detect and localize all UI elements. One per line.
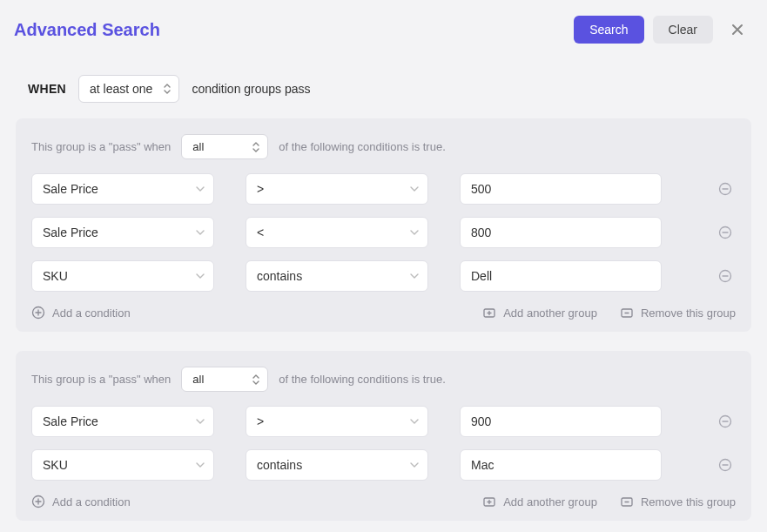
chevron-down-icon (196, 419, 205, 424)
chevron-down-icon (410, 462, 419, 468)
remove-group-label: Remove this group (641, 495, 736, 508)
condition-operator-value: contains (257, 458, 302, 472)
condition-field-value: Sale Price (43, 414, 98, 428)
condition-operator-value: > (257, 414, 264, 428)
chevron-down-icon (196, 273, 205, 279)
chevron-down-icon (410, 273, 419, 279)
condition-row: Sale Price < 800 (31, 217, 736, 248)
chevron-updown-icon (252, 374, 260, 386)
chevron-updown-icon (252, 141, 260, 153)
condition-field-value: SKU (43, 269, 68, 283)
condition-value-input[interactable]: 500 (460, 173, 662, 205)
condition-group: This group is a "pass" when all of the f… (16, 118, 751, 332)
condition-row: SKU contains Mac (31, 449, 736, 481)
group-prefix-text: This group is a "pass" when (31, 140, 171, 153)
chevron-down-icon (410, 230, 419, 235)
condition-operator-value: > (257, 182, 264, 196)
condition-field-select[interactable]: SKU (31, 260, 214, 292)
group-match-value: all (192, 373, 204, 386)
folder-plus-icon (482, 306, 496, 320)
folder-minus-icon (620, 495, 634, 508)
remove-condition-icon[interactable] (715, 266, 736, 286)
when-tail-text: condition groups pass (192, 82, 310, 96)
remove-condition-icon[interactable] (715, 455, 736, 475)
add-group-button[interactable]: Add another group (482, 495, 597, 508)
condition-operator-select[interactable]: contains (246, 449, 428, 481)
page-title: Advanced Search (14, 20, 565, 40)
remove-group-button[interactable]: Remove this group (620, 495, 736, 508)
chevron-down-icon (196, 230, 205, 235)
condition-field-select[interactable]: Sale Price (31, 217, 214, 248)
condition-field-select[interactable]: Sale Price (31, 173, 214, 205)
remove-condition-icon[interactable] (715, 411, 736, 432)
group-match-value: all (192, 140, 204, 153)
condition-value-input[interactable]: 800 (460, 217, 662, 248)
condition-value-input[interactable]: Dell (460, 260, 662, 292)
search-button[interactable]: Search (574, 16, 643, 44)
when-select-value: at least one (90, 82, 152, 96)
condition-value-input[interactable]: Mac (460, 449, 662, 481)
folder-plus-icon (482, 495, 496, 508)
condition-row: Sale Price > 500 (31, 173, 736, 205)
group-suffix-text: of the following conditions is true. (279, 373, 446, 386)
add-group-button[interactable]: Add another group (482, 306, 597, 320)
group-footer: Add a condition Add another group Remove… (31, 495, 736, 508)
add-group-label: Add another group (503, 306, 597, 320)
group-header: This group is a "pass" when all of the f… (31, 134, 736, 159)
remove-group-button[interactable]: Remove this group (620, 306, 736, 320)
remove-group-label: Remove this group (641, 306, 736, 320)
group-footer: Add a condition Add another group Remove… (31, 306, 736, 320)
when-select[interactable]: at least one (78, 75, 179, 103)
condition-field-select[interactable]: Sale Price (31, 406, 214, 437)
add-condition-button[interactable]: Add a condition (31, 306, 131, 320)
add-condition-label: Add a condition (52, 495, 131, 508)
add-condition-label: Add a condition (52, 306, 131, 320)
condition-field-value: Sale Price (43, 226, 98, 239)
close-icon[interactable] (722, 14, 753, 45)
add-group-label: Add another group (503, 495, 597, 508)
condition-operator-select[interactable]: contains (246, 260, 428, 292)
when-row: WHEN at least one condition groups pass (28, 75, 751, 103)
clear-button[interactable]: Clear (653, 16, 713, 44)
condition-operator-value: < (257, 226, 264, 239)
group-match-select[interactable]: all (181, 134, 268, 159)
condition-field-value: Sale Price (43, 182, 98, 196)
condition-field-select[interactable]: SKU (31, 449, 214, 481)
when-label: WHEN (28, 82, 66, 96)
add-condition-button[interactable]: Add a condition (31, 495, 131, 508)
remove-condition-icon[interactable] (715, 222, 736, 243)
group-suffix-text: of the following conditions is true. (279, 140, 446, 153)
condition-row: Sale Price > 900 (31, 406, 736, 437)
header-bar: Advanced Search Search Clear (0, 0, 767, 57)
chevron-down-icon (410, 186, 419, 192)
condition-value-input[interactable]: 900 (460, 406, 662, 437)
condition-field-value: SKU (43, 458, 68, 472)
condition-operator-select[interactable]: > (246, 406, 428, 437)
condition-row: SKU contains Dell (31, 260, 736, 292)
remove-condition-icon[interactable] (715, 178, 736, 199)
folder-minus-icon (620, 306, 634, 320)
condition-operator-value: contains (257, 269, 302, 283)
chevron-updown-icon (163, 83, 172, 95)
plus-circle-icon (31, 495, 45, 508)
content-area: WHEN at least one condition groups pass … (0, 75, 767, 521)
condition-operator-select[interactable]: > (246, 173, 428, 205)
condition-group: This group is a "pass" when all of the f… (16, 351, 751, 521)
condition-operator-select[interactable]: < (246, 217, 428, 248)
chevron-down-icon (196, 186, 205, 192)
group-prefix-text: This group is a "pass" when (31, 373, 171, 386)
plus-circle-icon (31, 306, 45, 320)
chevron-down-icon (410, 419, 419, 424)
chevron-down-icon (196, 462, 205, 468)
group-header: This group is a "pass" when all of the f… (31, 367, 736, 392)
group-match-select[interactable]: all (181, 367, 268, 392)
